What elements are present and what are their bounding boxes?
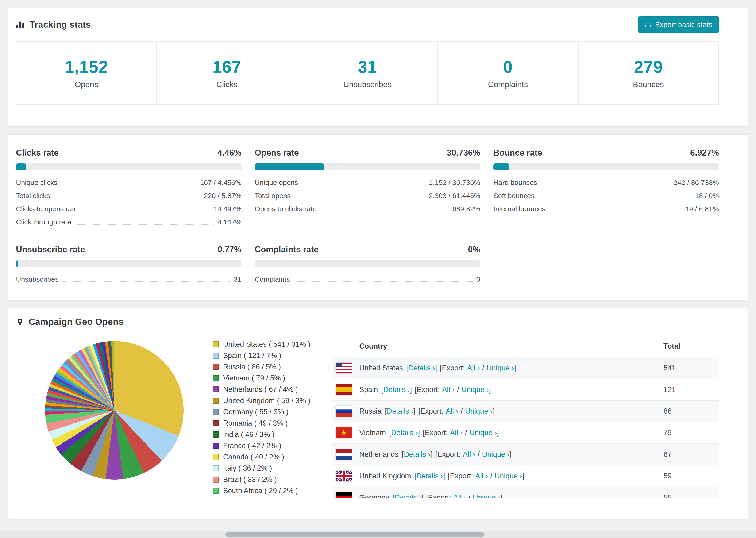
legend-swatch <box>213 488 219 494</box>
legend-swatch <box>213 398 219 404</box>
rate-value: 0% <box>468 244 480 254</box>
campaign-geo-opens-card: Campaign Geo Opens United States ( 541 /… <box>8 308 748 519</box>
metric-value: 167 / 4.456% <box>200 179 242 187</box>
export-label: Export: <box>420 407 444 415</box>
bracket: [ <box>426 493 428 498</box>
export-all-link[interactable]: All › <box>453 493 466 498</box>
legend-item: Vietnam ( 79 / 5% ) <box>213 374 310 382</box>
export-unique-link[interactable]: Unique › <box>482 450 510 459</box>
export-unique-link[interactable]: Unique › <box>495 472 522 480</box>
metric-row: Click through rate 4.147% <box>16 215 242 229</box>
rate-progress-bar <box>255 163 480 170</box>
bracket: ] <box>497 429 499 437</box>
country-total: 67 <box>660 444 719 465</box>
bar-chart-icon <box>16 20 25 29</box>
legend-swatch <box>213 420 219 426</box>
bracket: [ <box>389 429 391 437</box>
vn-flag-icon <box>336 427 352 438</box>
details-link[interactable]: Details › <box>391 429 418 437</box>
bracket: [ <box>415 385 417 394</box>
bracket: [ <box>381 385 383 394</box>
export-all-link[interactable]: All › <box>467 364 480 372</box>
details-link[interactable]: Details › <box>383 385 410 394</box>
metric-label: Opens to clicks rate <box>255 205 316 213</box>
bracket: [ <box>402 450 404 459</box>
page: Tracking stats Export basic stats 1,152 … <box>0 0 756 519</box>
legend-swatch <box>213 352 219 359</box>
rate-progress-bar <box>16 260 242 267</box>
export-unique-link[interactable]: Unique › <box>473 493 500 498</box>
legend-item: India ( 46 / 3% ) <box>213 430 310 439</box>
export-unique-link[interactable]: Unique › <box>461 385 489 394</box>
rate-value: 4.46% <box>218 148 242 158</box>
bracket: ] <box>410 385 412 394</box>
metric-value: 2,303 / 61.446% <box>429 192 480 200</box>
legend-label: Russia ( 86 / 5% ) <box>223 363 281 371</box>
legend-label: Germany ( 55 / 3% ) <box>223 408 289 416</box>
metric-row: Unique clicks 167 / 4.456% <box>16 176 242 189</box>
export-unique-link[interactable]: Unique › <box>486 364 514 372</box>
total-column-header: Total <box>660 336 719 357</box>
metric-row: Total opens 2,303 / 61.446% <box>255 189 480 202</box>
rate-progress-bar <box>493 163 719 170</box>
stat-value: 1,152 <box>65 57 108 77</box>
export-all-link[interactable]: All › <box>475 472 488 480</box>
bracket: [ <box>440 364 442 372</box>
metric-value: 14.497% <box>214 205 242 213</box>
export-label: Export: <box>417 385 440 394</box>
stat-box: 31 Unsubscribes <box>297 41 438 105</box>
bracket: [ <box>406 364 408 372</box>
legend-item: France ( 42 / 2% ) <box>213 442 310 450</box>
horizontal-scrollbar-thumb[interactable] <box>225 532 485 537</box>
bracket: [ <box>448 472 450 480</box>
legend-item: Russia ( 86 / 5% ) <box>213 363 310 371</box>
stat-box: 167 Clicks <box>157 41 297 105</box>
stat-value: 31 <box>358 57 377 77</box>
table-row: Vietnam [Details ›] [Export:All ›/Unique… <box>332 422 719 444</box>
export-all-link[interactable]: All › <box>463 450 475 459</box>
rate-title: Complaints rate <box>255 244 319 254</box>
stat-value: 279 <box>634 57 663 77</box>
legend-label: Italy ( 36 / 2% ) <box>223 464 272 472</box>
legend-item: Germany ( 55 / 3% ) <box>213 408 310 416</box>
legend-item: Brazil ( 33 / 2% ) <box>213 475 310 484</box>
details-link[interactable]: Details › <box>387 407 414 415</box>
export-basic-stats-button[interactable]: Export basic stats <box>638 17 719 33</box>
dotted-leader <box>294 282 473 282</box>
bracket: [ <box>385 407 387 415</box>
rate-progress-fill <box>16 163 26 170</box>
dotted-leader <box>541 185 670 185</box>
legend-swatch <box>213 431 219 438</box>
details-link[interactable]: Details › <box>408 364 435 372</box>
export-all-link[interactable]: All › <box>442 385 455 394</box>
metric-value: 242 / 86.738% <box>674 179 719 187</box>
legend-swatch <box>213 476 219 483</box>
legend-label: United States ( 541 / 31% ) <box>223 340 310 349</box>
details-link[interactable]: Details › <box>395 493 421 498</box>
table-row: United States [Details ›] [Export:All ›/… <box>332 357 719 379</box>
metric-label: Unique opens <box>255 179 298 187</box>
metric-value: 220 / 5.87% <box>204 192 242 200</box>
geo-table-wrap: Country Total United States [Details ›] … <box>332 336 719 498</box>
country-name: United States <box>359 364 403 372</box>
slash: / <box>465 429 467 437</box>
legend-item: Canada ( 40 / 2% ) <box>213 453 310 461</box>
metric-row: Soft bounces 18 / 0% <box>493 189 719 202</box>
export-unique-link[interactable]: Unique › <box>465 407 493 415</box>
bracket: [ <box>414 472 416 480</box>
bracket: ] <box>510 450 512 459</box>
tracking-stats-card: Tracking stats Export basic stats 1,152 … <box>8 8 748 127</box>
dotted-leader <box>81 211 210 211</box>
legend-item: Spain ( 121 / 7% ) <box>213 351 310 360</box>
metric-label: Hard bounces <box>493 179 537 187</box>
export-unique-link[interactable]: Unique › <box>469 429 497 437</box>
details-link[interactable]: Details › <box>404 450 431 459</box>
export-label: Export: <box>425 429 448 437</box>
export-all-link[interactable]: All › <box>446 407 458 415</box>
country-name: United Kingdom <box>359 472 411 480</box>
export-all-link[interactable]: All › <box>450 429 462 437</box>
details-link[interactable]: Details › <box>416 472 443 480</box>
legend-swatch <box>213 364 219 370</box>
country-total: 59 <box>660 465 719 487</box>
metric-row: Hard bounces 242 / 86.738% <box>493 176 719 189</box>
